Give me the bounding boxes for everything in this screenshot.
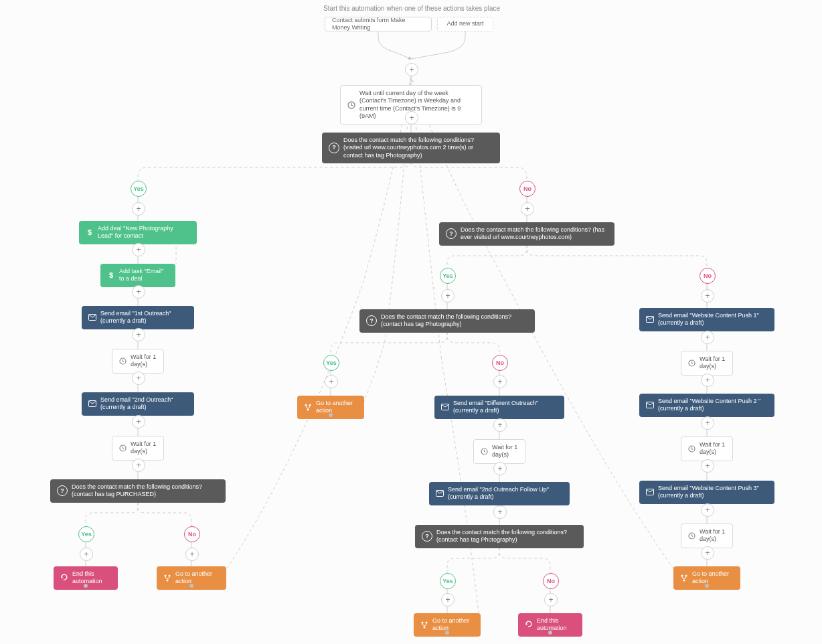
end-icon [60, 574, 68, 582]
add-step[interactable]: + [701, 459, 714, 473]
email-node-push2[interactable]: Send email "Website Content Push 2 " (cu… [639, 394, 774, 417]
terminal-dot [705, 584, 709, 588]
add-task-node[interactable]: $ Add task "Email" to a deal [100, 264, 175, 287]
email-node-2nd[interactable]: Send email "2nd Outreach" (currently a d… [82, 392, 194, 416]
terminal-dot [445, 631, 449, 635]
branch-no: No [492, 355, 508, 371]
add-step[interactable]: + [132, 285, 145, 299]
email-node-push3[interactable]: Send email "Website Content Push 3" (cur… [639, 481, 774, 504]
add-step[interactable]: + [544, 593, 558, 607]
node-text: Send email "Website Content Push 1" (cur… [658, 312, 768, 327]
branch-yes: Yes [440, 573, 456, 589]
mail-icon [646, 402, 654, 408]
mail-icon [441, 404, 449, 410]
wait-node[interactable]: Wait for 1 day(s) [681, 524, 733, 548]
add-step[interactable]: + [132, 459, 145, 472]
wait-node[interactable]: Wait for 1 day(s) [681, 351, 733, 376]
add-step[interactable]: + [441, 593, 455, 607]
wait-node[interactable]: Wait for 1 day(s) [112, 349, 164, 374]
question-icon: ? [422, 531, 432, 542]
add-step[interactable]: + [405, 111, 418, 125]
svg-point-80 [683, 580, 685, 582]
email-node-push1[interactable]: Send email "Website Content Push 1" (cur… [639, 308, 774, 331]
branch-yes: Yes [78, 526, 94, 542]
add-step[interactable]: + [701, 289, 714, 303]
add-new-start[interactable]: Add new start [437, 17, 493, 31]
add-step[interactable]: + [132, 243, 145, 256]
clock-icon [688, 445, 695, 453]
condition-node-2[interactable]: ? Does the contact match the following c… [439, 222, 614, 246]
node-text: Go to another action [432, 617, 474, 633]
node-text: End this automation [72, 570, 111, 586]
branch-icon [680, 574, 688, 582]
svg-point-71 [424, 627, 426, 629]
node-text: Send email "1st Outreach" (currently a d… [100, 310, 187, 325]
add-step[interactable]: + [132, 415, 145, 428]
condition-text: Does the contact match the following con… [381, 313, 528, 329]
condition-text: Does the contact match the following con… [436, 529, 577, 544]
clock-icon [119, 357, 127, 365]
trigger-start[interactable]: Contact submits form Make Money Writing [325, 17, 432, 31]
clock-icon [688, 532, 695, 540]
question-icon: ? [57, 485, 68, 496]
add-deal-node[interactable]: $ Add deal "New Photography Lead" for co… [79, 221, 197, 244]
email-node-different[interactable]: Send email "Different Outreach" (current… [434, 396, 564, 419]
clock-icon [119, 445, 127, 452]
email-node-1st[interactable]: Send email "1st Outreach" (currently a d… [82, 306, 194, 329]
add-step[interactable]: + [493, 505, 507, 519]
dollar-icon: $ [86, 228, 94, 236]
add-step[interactable]: + [493, 375, 507, 388]
condition-node-3[interactable]: ? Does the contact match the following c… [359, 309, 535, 333]
add-step[interactable]: + [405, 63, 418, 76]
condition-text: Does the contact match the following con… [343, 137, 493, 159]
add-step[interactable]: + [80, 548, 93, 561]
node-text: Add deal "New Photography Lead" for cont… [98, 225, 190, 240]
node-text: Send email "Website Content Push 3" (cur… [658, 485, 768, 500]
add-step[interactable]: + [185, 548, 199, 561]
add-step[interactable]: + [701, 416, 714, 430]
add-step[interactable]: + [132, 372, 145, 385]
condition-node-4[interactable]: ? Does the contact match the following c… [50, 479, 226, 503]
add-step[interactable]: + [701, 503, 714, 517]
branch-no: No [543, 573, 559, 589]
wait-node[interactable]: Wait for 1 day(s) [681, 436, 733, 461]
branch-icon [420, 621, 428, 629]
add-step[interactable]: + [701, 546, 714, 560]
condition-node-1[interactable]: ? Does the contact match the following c… [322, 133, 500, 163]
svg-point-65 [307, 409, 309, 411]
add-step[interactable]: + [132, 328, 145, 341]
wait-node[interactable]: Wait for 1 day(s) [473, 439, 525, 464]
add-step[interactable]: + [701, 331, 714, 344]
branch-no: No [700, 268, 716, 284]
branch-no: No [519, 181, 536, 197]
node-text: Send email "2nd Outreach" (currently a d… [100, 396, 187, 412]
add-step[interactable]: + [493, 462, 507, 475]
node-text: Send email "Different Outreach" (current… [453, 400, 558, 415]
terminal-dot [329, 413, 333, 417]
add-step[interactable]: + [132, 202, 145, 216]
dollar-icon: $ [107, 271, 115, 279]
terminal-dot [84, 584, 88, 588]
condition-node-5[interactable]: ? Does the contact match the following c… [415, 525, 584, 548]
node-text: Send email "Website Content Push 2 " (cu… [658, 398, 768, 413]
condition-text: Does the contact match the following con… [72, 483, 219, 499]
email-node-followup[interactable]: Send email "2nd Outreach Follow Up" (cur… [429, 482, 570, 505]
add-step[interactable]: + [325, 375, 338, 388]
svg-text:$: $ [88, 228, 92, 236]
branch-icon [163, 574, 171, 582]
node-text: End this automation [537, 617, 576, 633]
mail-icon [646, 316, 654, 323]
add-step[interactable]: + [521, 202, 534, 216]
end-icon [525, 621, 533, 629]
add-step[interactable]: + [701, 374, 714, 387]
wait-node[interactable]: Wait for 1 day(s) [112, 436, 164, 461]
terminal-dot [189, 584, 193, 588]
question-icon: ? [329, 143, 339, 153]
question-icon: ? [446, 228, 457, 239]
add-step[interactable]: + [441, 289, 455, 303]
node-text: Wait for 1 day(s) [131, 353, 157, 369]
node-text: Add task "Email" to a deal [119, 268, 169, 283]
add-step[interactable]: + [493, 418, 507, 432]
svg-point-62 [167, 580, 169, 582]
svg-text:$: $ [109, 271, 113, 279]
